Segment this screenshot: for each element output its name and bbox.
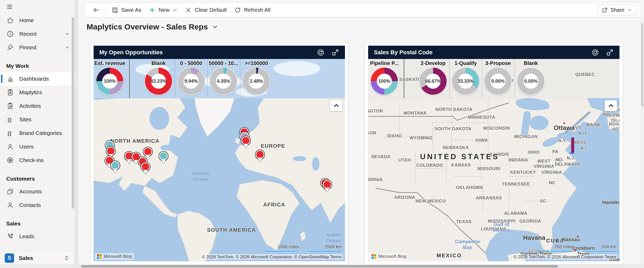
sidebar-item-sites[interactable]: Sites	[0, 113, 75, 126]
donut-chart[interactable]: 4.35%	[210, 68, 237, 95]
vertical-scrollbar	[641, 20, 644, 265]
sidebar-item-dashboards[interactable]: Dashboards	[0, 72, 75, 86]
sidebar-item-leads[interactable]: Leads	[0, 230, 75, 243]
map-pin-red[interactable]	[241, 136, 250, 145]
person-icon	[6, 143, 14, 151]
donut-chart[interactable]: 0.00%	[484, 68, 512, 95]
donut-chart[interactable]: 100%	[96, 68, 123, 95]
donut-chart[interactable]: 2.48%	[243, 68, 270, 95]
new-label: New	[159, 7, 169, 13]
donut-chart[interactable]: 100%	[371, 68, 398, 95]
save-as-button[interactable]: Save As	[108, 4, 145, 16]
horizontal-scrollbar-thumb[interactable]	[81, 265, 558, 267]
sidebar-item-users[interactable]: Users	[0, 140, 75, 153]
refresh-all-button[interactable]: Refresh All	[230, 4, 274, 16]
map-attribution[interactable]: © 2026 TomTom, © 2026 Microsoft Corporat…	[513, 254, 617, 260]
panel-my-open-opportunities: My Open Opportunities Est. revenue100%Bl…	[90, 42, 348, 265]
map-scale-miles: 1000 miles	[264, 244, 299, 252]
map-pin-teal[interactable]	[111, 161, 120, 170]
clear-default-button[interactable]: Clear Default	[181, 4, 230, 16]
donut-chart[interactable]: 66.67%	[420, 68, 447, 95]
new-button[interactable]: New	[145, 4, 181, 16]
scale-label: 1000 miles	[278, 244, 299, 249]
clippencil-icon	[6, 102, 14, 110]
map-pin-red[interactable]	[323, 180, 332, 189]
chevron-down-icon[interactable]	[212, 23, 218, 30]
sidebar-item-recent[interactable]: Recent	[0, 27, 75, 41]
donut-label: 0 - 50000	[180, 60, 202, 66]
sidebar-section-customers: Customers	[0, 173, 75, 185]
sidebar-item-check-ins[interactable]: Check-ins	[0, 153, 75, 167]
sidebar-section-sales: Sales	[0, 218, 75, 230]
chevron-down-icon	[172, 7, 178, 13]
sidebar-resize-handle[interactable]	[75, 0, 78, 265]
panel-refresh-icon[interactable]	[317, 49, 325, 56]
donut-summary-strip: Est. revenue100%Blank83.23%0 - 500009.94…	[94, 59, 345, 98]
donut-label: Pipeline P...	[370, 60, 399, 66]
donut-chart[interactable]: 33.33%	[452, 68, 479, 95]
sidebar-item-label: Sites	[19, 116, 32, 123]
donut-label: 2-Develop	[421, 60, 446, 66]
donut-hole: 100%	[102, 74, 117, 89]
donut-separator	[240, 59, 240, 98]
clipgear-icon	[6, 88, 14, 96]
save-as-label: Save As	[121, 7, 141, 13]
map-scale: 1000 miles2500 km	[264, 244, 342, 252]
donut-value: 100%	[104, 79, 116, 84]
donut-separator	[449, 59, 450, 98]
sidebar-item-contacts[interactable]: Contacts	[0, 198, 75, 212]
sidebar-nav: Home Recent Pinned My Work Dashboards Ma…	[0, 14, 75, 243]
map-column-bar[interactable]	[571, 138, 574, 153]
hamburger-menu-button[interactable]	[0, 0, 75, 14]
donut-hole: 0.00%	[490, 74, 506, 89]
share-icon	[602, 7, 608, 13]
puzzle-icon	[6, 129, 14, 137]
donut-chart[interactable]: 9.94%	[178, 68, 205, 95]
panel-title: Sales By Postal Code	[374, 49, 433, 56]
sidebar-item-label: Recent	[19, 31, 37, 37]
refresh-all-label: Refresh All	[244, 7, 271, 13]
home-icon	[6, 16, 14, 24]
clear-default-label: Clear Default	[195, 7, 227, 13]
sidebar-item-maplytics[interactable]: Maplytics	[0, 86, 75, 99]
chevron-down-icon	[627, 7, 632, 13]
donut-chart[interactable]: 83.23%	[145, 68, 172, 95]
scale-label: 500 km	[602, 244, 616, 249]
donut-chart[interactable]: 0.00%	[517, 68, 544, 95]
sidebar-item-label: Check-ins	[19, 157, 44, 163]
map-column-bar[interactable]	[569, 153, 574, 154]
share-button[interactable]: Share	[597, 5, 636, 15]
collapse-summary-button[interactable]	[330, 100, 342, 111]
map-pin-red[interactable]	[141, 162, 150, 171]
back-button[interactable]	[89, 4, 103, 16]
map-pin-red[interactable]	[106, 147, 115, 156]
map-pin-teal[interactable]	[159, 152, 168, 160]
sidebar-scrollbar[interactable]	[72, 17, 74, 209]
sidebar-item-pinned[interactable]: Pinned	[0, 41, 75, 54]
map-canvas-world[interactable]: NORTH AMERICAEUROPEAFRICASOUTH AMERICAAt…	[94, 98, 345, 261]
map-scale-km: 500 km	[581, 244, 616, 252]
map-canvas-us[interactable]: NGTONMONTANANORTH DAKOTAMINNESOTAWISCONS…	[368, 98, 619, 261]
bing-logo-label: Microsoft Bing	[378, 254, 406, 259]
map-attribution[interactable]: © 2026 TomTom, © 2026 Microsoft Corporat…	[201, 254, 343, 260]
sidebar-item-home[interactable]: Home	[0, 14, 75, 27]
sidebar-item-activities[interactable]: Activities	[0, 99, 75, 113]
sidebar-item-accounts[interactable]: Accounts	[0, 185, 75, 198]
area-switcher[interactable]: S Sales	[0, 251, 75, 265]
panel-refresh-icon[interactable]	[591, 49, 599, 56]
panel-expand-icon[interactable]	[331, 49, 339, 56]
save-icon	[111, 7, 118, 14]
donut-value: 0.00%	[524, 79, 537, 84]
map-pin-red[interactable]	[143, 147, 152, 156]
bing-logo: Microsoft Bing	[369, 253, 409, 260]
map-pin-red[interactable]	[256, 150, 264, 159]
hamburger-icon	[6, 3, 13, 10]
panel-expand-icon[interactable]	[606, 49, 614, 56]
sidebar-item-brand-categories[interactable]: Brand Categories	[0, 126, 75, 140]
collapse-summary-button[interactable]	[605, 100, 617, 111]
scale-bar	[307, 251, 342, 252]
donut-hole: 0.00%	[523, 74, 538, 89]
vertical-scrollbar-thumb[interactable]	[641, 23, 643, 106]
page-title: Maplytics Overview - Sales Reps	[87, 22, 208, 31]
donut-value: 33.33%	[458, 79, 473, 84]
